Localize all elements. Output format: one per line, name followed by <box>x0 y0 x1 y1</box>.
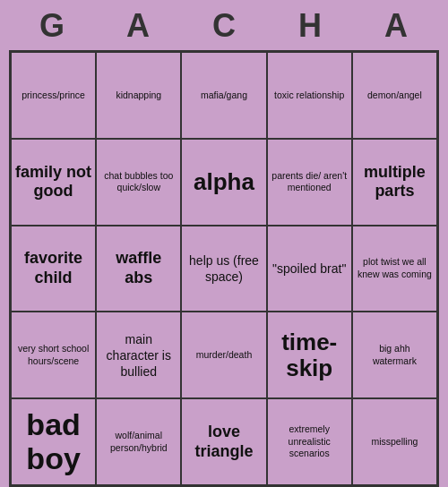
bingo-cell-2: mafia/gang <box>181 52 266 139</box>
title-letter-c: C <box>185 7 263 45</box>
title-letter-a1: A <box>99 7 177 45</box>
bingo-title: G A C H A <box>9 0 439 50</box>
title-letter-g: G <box>13 7 91 45</box>
bingo-cell-16: main character is bullied <box>96 312 181 398</box>
bingo-cell-7: alpha <box>181 139 266 226</box>
bingo-cell-19: big ahh watermark <box>352 312 437 398</box>
bingo-cell-8: parents die/ aren't mentioned <box>267 139 352 226</box>
bingo-cell-24: misspelling <box>352 398 437 485</box>
bingo-cell-6: chat bubbles too quick/slow <box>96 139 181 226</box>
bingo-cell-20: bad boy <box>11 398 96 485</box>
bingo-cell-12: help us (free space) <box>181 226 266 312</box>
bingo-cell-23: extremely unrealistic scenarios <box>267 398 352 485</box>
bingo-cell-17: murder/death <box>181 312 266 398</box>
bingo-cell-1: kidnapping <box>96 52 181 139</box>
bingo-cell-9: multiple parts <box>352 139 437 226</box>
bingo-cell-11: waffle abs <box>96 226 181 312</box>
bingo-cell-3: toxic relationship <box>267 52 352 139</box>
bingo-cell-5: family not good <box>11 139 96 226</box>
bingo-cell-13: "spoiled brat" <box>267 226 352 312</box>
bingo-cell-21: wolf/animal person/hybrid <box>96 398 181 485</box>
bingo-cell-10: favorite child <box>11 226 96 312</box>
title-letter-a2: A <box>357 7 435 45</box>
bingo-cell-18: time-skip <box>267 312 352 398</box>
bingo-cell-0: princess/prince <box>11 52 96 139</box>
title-letter-h: H <box>271 7 349 45</box>
bingo-grid: princess/princekidnappingmafia/gangtoxic… <box>9 50 439 487</box>
bingo-cell-22: love triangle <box>181 398 266 485</box>
bingo-cell-15: very short school hours/scene <box>11 312 96 398</box>
bingo-cell-14: plot twist we all knew was coming <box>352 226 437 312</box>
bingo-cell-4: demon/angel <box>352 52 437 139</box>
